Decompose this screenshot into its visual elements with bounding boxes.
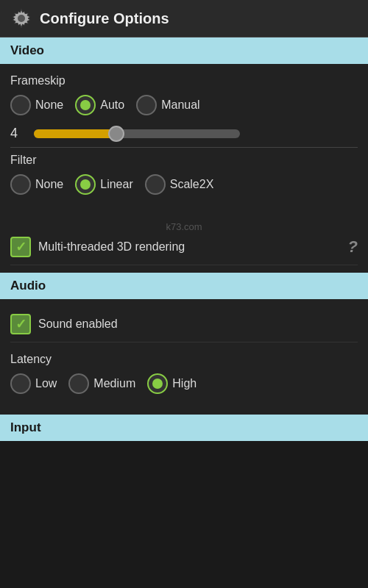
- frameskip-slider-row: 4: [10, 126, 358, 141]
- frameskip-slider-track[interactable]: [34, 129, 240, 138]
- filter-scale2x-label: Scale2X: [170, 178, 214, 191]
- multithread-label: Multi-threaded 3D rendering: [38, 240, 341, 254]
- frameskip-manual-radio[interactable]: [136, 95, 157, 115]
- frameskip-manual-label: Manual: [161, 98, 199, 112]
- latency-high-option[interactable]: High: [147, 373, 197, 394]
- latency-label: Latency: [10, 353, 358, 366]
- multithread-checkbox[interactable]: [10, 237, 31, 257]
- multithread-row[interactable]: Multi-threaded 3D rendering ?: [10, 229, 358, 265]
- frameskip-auto-option[interactable]: Auto: [75, 95, 124, 115]
- gear-icon: [10, 7, 32, 29]
- video-section-content: Frameskip None Auto Manual 4 Filter None: [0, 64, 368, 273]
- frameskip-value: 4: [10, 126, 25, 141]
- input-section-header: Input: [0, 415, 368, 441]
- frameskip-none-option[interactable]: None: [10, 95, 63, 115]
- filter-radio-group: None Linear Scale2X k73.com: [10, 174, 358, 219]
- page-title: Configure Options: [40, 10, 169, 27]
- latency-low-option[interactable]: Low: [10, 373, 57, 394]
- audio-section-header: Audio: [0, 273, 368, 299]
- frameskip-slider-thumb[interactable]: [108, 126, 124, 142]
- latency-high-radio[interactable]: [147, 373, 168, 394]
- title-bar: Configure Options: [0, 0, 368, 37]
- filter-linear-label: Linear: [100, 178, 132, 191]
- latency-medium-label: Medium: [93, 377, 135, 390]
- latency-medium-option[interactable]: Medium: [68, 373, 135, 394]
- audio-section-content: Sound enabled Latency Low Medium High: [0, 299, 368, 415]
- filter-scale2x-radio[interactable]: [145, 174, 166, 195]
- frameskip-manual-option[interactable]: Manual: [136, 95, 199, 115]
- frameskip-auto-radio[interactable]: [75, 95, 96, 115]
- sound-enabled-row[interactable]: Sound enabled: [10, 306, 358, 343]
- filter-none-option[interactable]: None: [10, 174, 63, 195]
- filter-linear-option[interactable]: Linear: [75, 174, 132, 195]
- latency-low-label: Low: [35, 377, 57, 390]
- filter-none-label: None: [35, 178, 63, 191]
- filter-none-radio[interactable]: [10, 174, 31, 195]
- sound-enabled-checkbox[interactable]: [10, 314, 31, 334]
- latency-low-radio[interactable]: [10, 373, 31, 394]
- latency-medium-radio[interactable]: [68, 373, 89, 394]
- latency-high-label: High: [172, 377, 197, 390]
- divider-1: [10, 147, 358, 148]
- video-section-header: Video: [0, 37, 368, 64]
- frameskip-label: Frameskip: [10, 74, 358, 87]
- frameskip-none-label: None: [35, 98, 63, 112]
- frameskip-auto-label: Auto: [100, 98, 124, 112]
- filter-linear-radio[interactable]: [75, 174, 96, 195]
- frameskip-radio-group: None Auto Manual: [10, 95, 358, 115]
- frameskip-slider-fill: [34, 129, 116, 138]
- filter-label: Filter: [10, 154, 358, 167]
- svg-point-1: [18, 15, 25, 22]
- latency-radio-group: Low Medium High: [10, 373, 358, 394]
- help-icon[interactable]: ?: [348, 237, 358, 257]
- sound-enabled-label: Sound enabled: [38, 318, 358, 331]
- filter-scale2x-option[interactable]: Scale2X: [145, 174, 214, 195]
- frameskip-none-radio[interactable]: [10, 95, 31, 115]
